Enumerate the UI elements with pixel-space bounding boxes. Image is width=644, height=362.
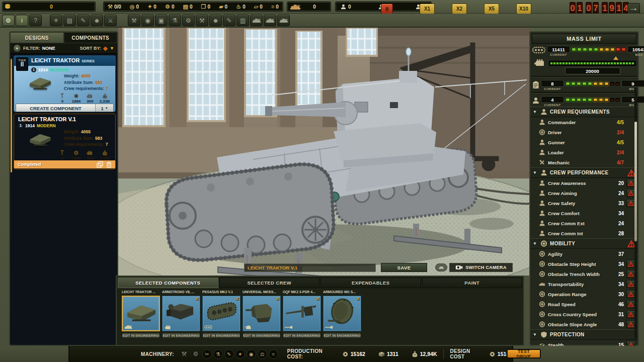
- tank-designs-button[interactable]: [250, 15, 263, 26]
- filter-value[interactable]: NONE: [42, 46, 55, 51]
- edit-in-engineering-button[interactable]: EDIT IN ENGINEERING: [162, 332, 200, 339]
- settings-button[interactable]: ⚙: [2, 15, 15, 26]
- tab-selected-components[interactable]: SELECTED COMPONENTS: [118, 278, 218, 288]
- stat-sections: ▼CREW REQUIREMENTSCommander4/5Driver2/4G…: [530, 107, 638, 350]
- engineering-button[interactable]: ⚙: [182, 15, 195, 26]
- save-button[interactable]: SAVE: [381, 263, 427, 272]
- edit-in-engineering-button[interactable]: EDIT IN ENGINEERING: [243, 332, 281, 339]
- tab-paint[interactable]: PAINT: [422, 278, 523, 288]
- stat-line: Crew requirements:7: [64, 85, 113, 92]
- tab-designs[interactable]: DESIGNS: [10, 32, 64, 43]
- archive-button[interactable]: ▥: [236, 15, 249, 26]
- test-drive-button[interactable]: TEST DRIVE: [507, 349, 540, 358]
- loadout-tabs: SELECTED COMPONENTSSELECTED CREWEXPENDAB…: [117, 277, 523, 288]
- sort-type-button[interactable]: ◆: [103, 45, 108, 51]
- design-name-input[interactable]: LEICHT TRAKTOR V.1: [244, 263, 376, 272]
- delete-design-button[interactable]: [106, 161, 112, 168]
- slider-marker-icon[interactable]: [613, 56, 618, 60]
- component-tile[interactable]: ×: [202, 296, 240, 331]
- help-button[interactable]: ?: [29, 15, 42, 26]
- component-tile[interactable]: [122, 296, 160, 331]
- world-map-button[interactable]: ◉: [141, 15, 154, 26]
- hook-icon[interactable]: ≈: [269, 349, 278, 359]
- news-button[interactable]: ▤: [63, 15, 76, 26]
- factory-button[interactable]: ⚒: [128, 15, 140, 26]
- tab-components[interactable]: COMPONENTS: [64, 32, 118, 43]
- tab-selected-crew[interactable]: SELECTED CREW: [219, 278, 320, 288]
- filter-dropdown-button[interactable]: ▼: [13, 44, 21, 52]
- design-variant-card[interactable]: LEICHT TRAKTOR V.1 1 1914 MODERN Weight:…: [14, 114, 116, 169]
- chevron-down-icon: ▼: [533, 110, 538, 114]
- saw-blade-icon[interactable]: ⚖: [258, 349, 267, 359]
- component-tile[interactable]: ×: [243, 296, 281, 331]
- loadout-panel: SELECTED COMPONENTSSELECTED CREWEXPENDAB…: [116, 276, 524, 346]
- section-header-mobility[interactable]: ▼MOBILITY: [530, 238, 638, 249]
- market-button[interactable]: ▣: [155, 15, 168, 26]
- remove-component-button[interactable]: ×: [276, 296, 279, 302]
- switch-camera-button[interactable]: SWITCH CAMERA: [449, 263, 513, 272]
- brush-icon[interactable]: ✎: [224, 349, 234, 359]
- edit-in-engineering-button[interactable]: EDIT IN ENGINEERING: [202, 332, 240, 339]
- component-tile[interactable]: ×: [162, 296, 200, 331]
- remove-component-button[interactable]: ×: [357, 296, 360, 302]
- edit-in-engineering-button[interactable]: EDIT IN ENGINEERING: [323, 332, 361, 339]
- mass-limit-slider[interactable]: 20000: [549, 57, 636, 74]
- designs-scrollbar[interactable]: [11, 59, 12, 172]
- info-button[interactable]: i: [16, 15, 28, 26]
- crew-awareness-icon: [539, 180, 545, 186]
- press-icon[interactable]: ◉: [247, 349, 256, 359]
- paint-shop-button[interactable]: ✎: [223, 15, 235, 26]
- edit-in-engineering-button[interactable]: EDIT IN ENGINEERING: [122, 332, 160, 339]
- tank-production-button[interactable]: [264, 15, 276, 26]
- create-component-button[interactable]: CREATE COMPONENT: [16, 104, 95, 112]
- vehicle-viewport[interactable]: LEICHT TRAKTOR V.1 SAVE SWITCH CAMERA: [118, 28, 529, 276]
- led-segment: [588, 98, 592, 102]
- speed-x2-button[interactable]: X2: [452, 4, 467, 14]
- contracts-button[interactable]: ✎: [77, 15, 90, 26]
- crew-management-button[interactable]: ☻: [209, 15, 222, 26]
- edit-in-engineering-button[interactable]: EDIT IN ENGINEERING: [283, 332, 321, 339]
- vehicle-view-toggle-button[interactable]: [435, 263, 447, 272]
- component-tile[interactable]: ×: [283, 296, 321, 331]
- workshop-button[interactable]: ⚒: [196, 15, 208, 26]
- component-tile[interactable]: ×: [323, 296, 361, 331]
- trash-icon: [106, 161, 112, 168]
- crew-comfort-icon: [539, 210, 545, 216]
- scrollbar-thumb[interactable]: [634, 122, 637, 241]
- remove-component-button[interactable]: ×: [236, 296, 239, 302]
- grinder-icon[interactable]: ⚗: [213, 349, 223, 359]
- camera-icon: [455, 265, 463, 270]
- remove-component-button[interactable]: ×: [196, 296, 199, 302]
- speed-x1-button[interactable]: X1: [420, 4, 435, 14]
- tank-service-button[interactable]: [277, 15, 290, 26]
- section-header-crew-performance[interactable]: ▼CREW PERFORMANCE: [530, 167, 638, 178]
- component-count-dropdown[interactable]: 1▼: [95, 104, 113, 112]
- research-button[interactable]: ⚗: [169, 15, 181, 26]
- machine-parts-icon: ▤: [183, 4, 188, 10]
- production-capacity-row: 8 CURRENT 9 MAX: [530, 79, 638, 90]
- battles-button[interactable]: ⚔: [104, 15, 117, 26]
- section-header-protection[interactable]: ▼PROTECTION: [530, 329, 638, 340]
- sort-direction-button[interactable]: ▼: [110, 46, 114, 51]
- remove-component-button[interactable]: ×: [316, 296, 319, 302]
- stat-label: Crew requirements:: [64, 86, 104, 91]
- tab-expendables[interactable]: EXPENDABLES: [320, 278, 421, 288]
- section-header-crew-requirements[interactable]: ▼CREW REQUIREMENTS: [530, 107, 638, 117]
- stat-label: Crew Comm Ext: [548, 221, 608, 226]
- cost-value: 2,33K: [100, 100, 110, 104]
- design-series-card[interactable]: LEICHT TRAKTOR SERIES TIER II 1 1914 MOD…: [14, 55, 116, 112]
- mass-limit-input[interactable]: 20000: [565, 67, 620, 74]
- speed-x10-button[interactable]: X10: [516, 4, 531, 14]
- staff-button[interactable]: ☻: [91, 15, 103, 26]
- bolt-icon[interactable]: ✦: [235, 349, 245, 359]
- stat-row-crew-comm-ext: Crew Comm Ext24: [530, 218, 638, 228]
- achievements-button[interactable]: ⚜: [50, 15, 62, 26]
- trowel-icon[interactable]: ✂: [202, 349, 212, 359]
- date-group: 1914: [602, 2, 629, 15]
- component-card: ARMSTRONG V8, ...×EDIT IN ENGINEERING: [162, 290, 200, 339]
- engineer-counter: 0: [341, 4, 351, 10]
- speed-x5-button[interactable]: X5: [484, 4, 499, 14]
- duplicate-design-button[interactable]: [97, 161, 103, 168]
- pause-button[interactable]: II: [381, 4, 393, 14]
- stats-scrollbar[interactable]: [634, 87, 637, 339]
